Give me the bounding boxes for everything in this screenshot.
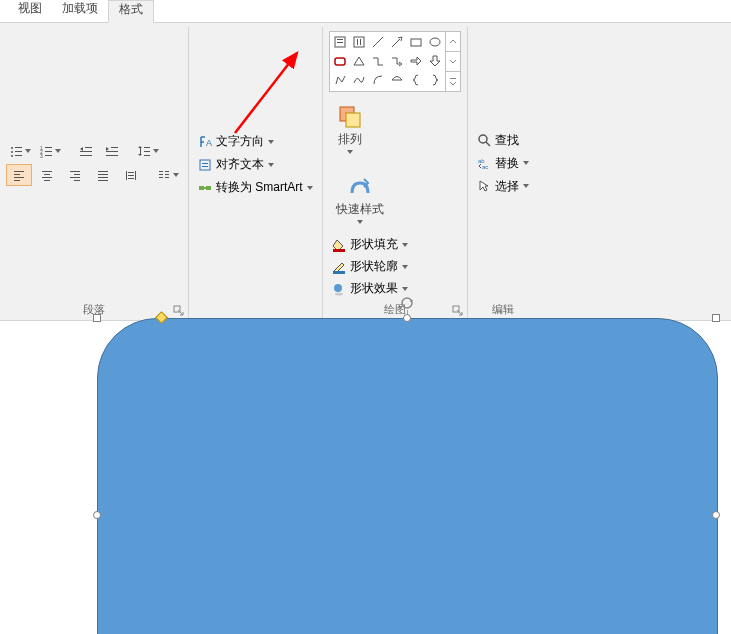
svg-rect-65 xyxy=(411,39,421,46)
shape-triangle[interactable] xyxy=(350,52,368,70)
shape-arc[interactable] xyxy=(369,71,387,89)
rotation-handle[interactable] xyxy=(400,296,414,310)
shape-right-brace[interactable] xyxy=(426,71,444,89)
svg-rect-48 xyxy=(165,177,169,178)
align-center-button[interactable] xyxy=(34,164,60,186)
svg-rect-14 xyxy=(80,155,92,156)
svg-rect-38 xyxy=(126,171,127,180)
replace-icon: abac xyxy=(477,156,491,170)
tab-format[interactable]: 格式 xyxy=(108,0,154,23)
svg-rect-45 xyxy=(159,174,163,175)
svg-rect-24 xyxy=(14,177,24,178)
svg-rect-61 xyxy=(357,39,358,45)
svg-rect-55 xyxy=(206,186,211,190)
svg-point-66 xyxy=(430,38,440,46)
decrease-indent-button[interactable] xyxy=(74,140,98,162)
svg-rect-44 xyxy=(165,171,169,172)
smartart-icon xyxy=(198,181,212,195)
svg-point-82 xyxy=(402,298,412,308)
tab-view[interactable]: 视图 xyxy=(8,0,52,22)
rounded-rectangle-shape[interactable] xyxy=(97,318,718,634)
resize-handle-n[interactable] xyxy=(403,314,411,322)
line-spacing-dropdown[interactable] xyxy=(134,140,162,162)
resize-handle-w[interactable] xyxy=(93,511,101,519)
align-left-button[interactable] xyxy=(6,164,32,186)
svg-rect-42 xyxy=(128,178,134,179)
shape-left-brace[interactable] xyxy=(407,71,425,89)
svg-rect-71 xyxy=(346,113,360,127)
shapes-gallery-expand[interactable] xyxy=(446,72,460,91)
bullets-dropdown[interactable] xyxy=(6,140,34,162)
svg-point-2 xyxy=(11,151,13,153)
align-distributed-button[interactable] xyxy=(118,164,144,186)
align-justify-button[interactable] xyxy=(90,164,116,186)
shape-chord[interactable] xyxy=(388,71,406,89)
shapes-gallery[interactable] xyxy=(329,31,461,92)
shape-vertical-textbox[interactable] xyxy=(350,33,368,51)
svg-rect-11 xyxy=(45,155,52,156)
text-direction-icon: A xyxy=(198,135,212,149)
find-label: 查找 xyxy=(495,132,519,149)
shape-elbow-arrow[interactable] xyxy=(388,52,406,70)
svg-rect-35 xyxy=(98,174,108,175)
svg-rect-52 xyxy=(202,163,208,164)
align-right-button[interactable] xyxy=(62,164,88,186)
resize-handle-nw[interactable] xyxy=(93,314,101,322)
shape-curve[interactable] xyxy=(350,71,368,89)
shape-oval[interactable] xyxy=(426,33,444,51)
align-text-label: 对齐文本 xyxy=(216,156,264,173)
shape-rectangle[interactable] xyxy=(407,33,425,51)
shape-down-arrow[interactable] xyxy=(426,52,444,70)
resize-handle-ne[interactable] xyxy=(712,314,720,322)
svg-rect-69 xyxy=(450,78,456,79)
shape-rounded-rectangle[interactable] xyxy=(331,52,349,70)
svg-rect-23 xyxy=(14,174,20,175)
shape-freeform[interactable] xyxy=(331,71,349,89)
shape-right-arrow[interactable] xyxy=(407,52,425,70)
shape-line[interactable] xyxy=(369,33,387,51)
numbering-dropdown[interactable]: 123 xyxy=(36,140,64,162)
tab-addins[interactable]: 加载项 xyxy=(52,0,108,22)
svg-rect-40 xyxy=(128,172,134,173)
shape-elbow-connector[interactable] xyxy=(369,52,387,70)
select-dropdown[interactable]: 选择 xyxy=(474,176,532,197)
svg-rect-32 xyxy=(70,177,80,178)
replace-dropdown[interactable]: abac 替换 xyxy=(474,153,532,174)
arrange-dropdown[interactable]: 排列 xyxy=(329,94,371,162)
svg-rect-34 xyxy=(98,171,108,172)
shape-arrow-line[interactable] xyxy=(388,33,406,51)
svg-rect-27 xyxy=(44,174,50,175)
align-text-dropdown[interactable]: 对齐文本 xyxy=(195,154,277,175)
svg-rect-51 xyxy=(200,160,210,170)
find-button[interactable]: 查找 xyxy=(474,130,522,151)
text-direction-label: 文字方向 xyxy=(216,133,264,150)
svg-rect-37 xyxy=(98,180,108,181)
increase-indent-button[interactable] xyxy=(100,140,124,162)
text-direction-dropdown[interactable]: A 文字方向 xyxy=(195,131,277,152)
svg-rect-25 xyxy=(14,180,20,181)
select-icon xyxy=(477,179,491,193)
shape-textbox[interactable] xyxy=(331,33,349,51)
svg-rect-13 xyxy=(80,151,92,152)
svg-rect-30 xyxy=(70,171,80,172)
shapes-scroll-down[interactable] xyxy=(446,52,460,72)
svg-line-63 xyxy=(373,37,383,47)
svg-text:ac: ac xyxy=(482,164,488,170)
svg-line-78 xyxy=(486,142,490,146)
svg-rect-19 xyxy=(144,147,150,148)
resize-handle-e[interactable] xyxy=(712,511,720,519)
svg-rect-62 xyxy=(360,39,361,45)
arrange-icon xyxy=(336,103,364,131)
ribbon-tabs: 视图 加载项 格式 xyxy=(0,0,731,23)
convert-smartart-dropdown[interactable]: 转换为 SmartArt xyxy=(195,177,316,198)
columns-dropdown[interactable] xyxy=(154,164,182,186)
slide-canvas[interactable] xyxy=(0,206,731,634)
svg-rect-3 xyxy=(15,151,22,152)
svg-rect-39 xyxy=(135,171,136,180)
svg-rect-59 xyxy=(337,42,343,43)
select-label: 选择 xyxy=(495,178,519,195)
svg-rect-53 xyxy=(202,166,208,167)
shapes-scroll-up[interactable] xyxy=(446,32,460,52)
selected-shape[interactable] xyxy=(97,318,716,634)
svg-text:3: 3 xyxy=(40,153,43,158)
